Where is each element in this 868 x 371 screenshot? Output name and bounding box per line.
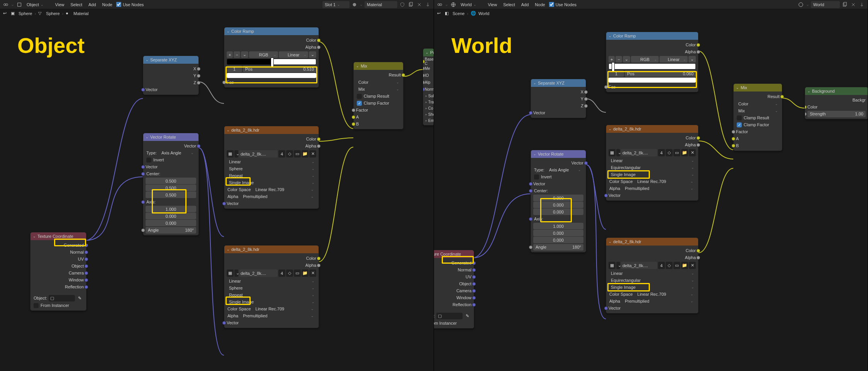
- world-pane: ⌄ World View Select Add Node Use Nodes ⌄…: [434, 0, 868, 371]
- node-env-texture-1[interactable]: ⌄delta_2_8k.hdr Color Alpha ▦⌄ delta_2_8…: [224, 126, 319, 209]
- node-separate-xyz[interactable]: ⌄Separate XYZ X Y Z Vector: [531, 79, 586, 118]
- node-mix[interactable]: ⌄Mix Result Color Mix Clamp Result Clamp…: [353, 62, 403, 129]
- world-icon[interactable]: [797, 1, 804, 8]
- object-field-row[interactable]: Object: ▢ ✎: [31, 294, 86, 302]
- data-type-select[interactable]: World: [458, 1, 479, 8]
- breadcrumb-left: ↩ ▣ Sphere › ▽ Sphere › ● Material: [0, 9, 434, 18]
- mix-type[interactable]: Color: [356, 79, 401, 85]
- scene-icon: ◧: [445, 11, 450, 16]
- interp-select[interactable]: Linear: [227, 158, 316, 165]
- editor-type-icon[interactable]: [2, 1, 9, 8]
- svg-point-0: [4, 3, 6, 5]
- color-ramp-gradient[interactable]: [609, 63, 696, 69]
- cube-icon: ▢: [50, 296, 54, 301]
- special-menu[interactable]: ⌄: [309, 51, 316, 58]
- shield-icon[interactable]: [399, 1, 406, 8]
- node-color-ramp[interactable]: ⌄Color Ramp Color Alpha +−⌄ RGB Linear ⌄…: [606, 32, 698, 92]
- node-separate-xyz[interactable]: ⌄Separate XYZ X Y Z Vector: [143, 56, 199, 95]
- breadcrumb-right: ↩ ◧ Scene › 🌐 World: [434, 9, 868, 18]
- menu-add[interactable]: Add: [86, 1, 98, 8]
- new-icon[interactable]: ▭: [294, 150, 301, 158]
- output-generated[interactable]: Generated: [31, 242, 86, 249]
- projection-select[interactable]: Sphere: [227, 165, 316, 172]
- invert-check[interactable]: Invert: [143, 156, 198, 163]
- breadcrumb-scene[interactable]: Scene: [453, 11, 465, 16]
- color-mode[interactable]: RGB: [249, 51, 278, 58]
- remove-stop[interactable]: −: [234, 51, 240, 58]
- editor-type-icon[interactable]: [436, 1, 443, 8]
- output-generated[interactable]: Generated: [434, 259, 474, 266]
- slot-select[interactable]: Slot 1: [322, 1, 349, 8]
- menu-node[interactable]: Node: [532, 1, 547, 8]
- node-env-texture-2[interactable]: ⌄delta_2_8k.hdr Color Alpha ▦⌄ delta_2_8…: [224, 245, 319, 328]
- clamp-result[interactable]: Clamp Result: [354, 93, 403, 100]
- svg-rect-5: [410, 2, 412, 5]
- object-icon[interactable]: [16, 1, 23, 8]
- breadcrumb-world[interactable]: World: [478, 11, 490, 16]
- node-texture-coordinate[interactable]: ⌄Texture Coordinate Generated Normal UV …: [30, 232, 86, 311]
- eyedropper-icon[interactable]: ✎: [76, 295, 83, 302]
- node-texture-coordinate[interactable]: ⌄Texture Coordinate Generated Normal UV …: [434, 250, 474, 329]
- image-datablock[interactable]: ▦⌄ delta_2_8k.... 4 ◇ ▭ 📁 ✕: [227, 150, 316, 158]
- alpha-select[interactable]: Premultiplied: [241, 193, 315, 200]
- stop-menu[interactable]: ⌄: [241, 51, 248, 58]
- open-icon[interactable]: 📁: [302, 150, 309, 158]
- source-select[interactable]: Single Image: [227, 179, 316, 186]
- node-background[interactable]: ⌄Background Backgr Color Strength1.00: [805, 87, 868, 119]
- node-env-texture-1[interactable]: ⌄delta_2_8k.hdr Color Alpha ▦⌄ delta_2_8…: [606, 125, 698, 201]
- breadcrumb-sphere1[interactable]: Sphere: [19, 11, 32, 16]
- pin-icon[interactable]: [858, 1, 865, 8]
- unlink-icon[interactable]: [850, 1, 857, 8]
- eyedropper-icon[interactable]: ✎: [464, 313, 471, 319]
- node-header[interactable]: ⌄Texture Coordinate: [31, 232, 86, 240]
- blend-mode[interactable]: Mix: [356, 86, 401, 92]
- stop-index[interactable]: 1: [227, 66, 242, 72]
- from-instancer-check[interactable]: From Instancer: [31, 302, 86, 309]
- use-nodes-toggle[interactable]: Use Nodes: [116, 2, 144, 7]
- stop-pos[interactable]: Pos0.510: [243, 66, 316, 72]
- material-field[interactable]: Material: [364, 1, 397, 8]
- menu-add[interactable]: Add: [519, 1, 531, 8]
- unlink-icon[interactable]: ✕: [309, 150, 316, 158]
- menu-view[interactable]: View: [53, 1, 67, 8]
- breadcrumb-material[interactable]: Material: [73, 11, 88, 16]
- node-vector-rotate[interactable]: ⌄Vector Rotate Vector Type:Axis Angle In…: [531, 150, 586, 252]
- back-icon[interactable]: ↩: [437, 11, 442, 16]
- world-icon[interactable]: [450, 1, 457, 8]
- center-x[interactable]: 0.500: [146, 178, 196, 184]
- add-stop[interactable]: +: [227, 51, 233, 58]
- node-principled-bsdf[interactable]: ⌄Prin Base C Me IO Alp Norma ▸Sub ▸Tra ▸…: [423, 48, 434, 125]
- menu-select[interactable]: Select: [501, 1, 517, 8]
- interp-mode[interactable]: Linear: [279, 51, 308, 58]
- type-select[interactable]: Axis Angle: [159, 150, 195, 156]
- colorspace-select[interactable]: Linear Rec.709: [253, 186, 315, 193]
- node-color-ramp[interactable]: ⌄Color Ramp Color Alpha + − ⌄ RGB Linear…: [224, 27, 319, 88]
- breadcrumb-sphere2[interactable]: Sphere: [46, 11, 59, 16]
- world-icon: 🌐: [471, 11, 476, 16]
- color-ramp-gradient[interactable]: [227, 59, 316, 65]
- back-icon[interactable]: ↩: [3, 11, 8, 16]
- material-sphere-icon[interactable]: [351, 1, 358, 8]
- node-vector-rotate[interactable]: ⌄Vector Rotate Vector Type:Axis Angle In…: [143, 133, 199, 235]
- angle-field[interactable]: Angle180°: [146, 227, 196, 234]
- clamp-factor[interactable]: Clamp Factor: [354, 100, 403, 107]
- world-field[interactable]: World: [811, 1, 840, 8]
- node-mix[interactable]: ⌄Mix Result Color Mix Clamp Result Clamp…: [733, 83, 782, 151]
- svg-rect-2: [18, 3, 21, 6]
- new-icon[interactable]: [407, 1, 414, 8]
- stop-color[interactable]: [227, 73, 316, 78]
- shield-icon[interactable]: ◇: [286, 150, 293, 158]
- menu-view[interactable]: View: [486, 1, 500, 8]
- image-icon[interactable]: ▦: [227, 150, 234, 158]
- unlink-icon[interactable]: [416, 1, 423, 8]
- pin-icon[interactable]: [424, 1, 431, 8]
- repeat-select[interactable]: Repeat: [227, 172, 316, 179]
- new-icon[interactable]: [841, 1, 848, 8]
- center-z[interactable]: 0.500: [146, 191, 196, 198]
- use-nodes-toggle[interactable]: Use Nodes: [549, 2, 576, 7]
- menu-select[interactable]: Select: [68, 1, 85, 8]
- node-env-texture-2[interactable]: ⌄delta_2_8k.hdr Color Alpha ▦⌄ delta_2_8…: [606, 237, 698, 313]
- data-type-select[interactable]: Object: [24, 1, 46, 8]
- menu-node[interactable]: Node: [100, 1, 115, 8]
- center-y[interactable]: 0.500: [146, 185, 196, 191]
